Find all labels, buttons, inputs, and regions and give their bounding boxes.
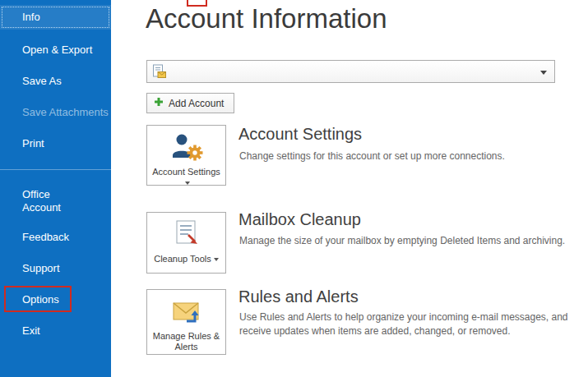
chevron-down-icon: [540, 71, 547, 75]
sidebar-item-exit[interactable]: Exit: [0, 319, 111, 343]
sidebar-item-print[interactable]: Print: [0, 131, 111, 156]
sidebar-item-options[interactable]: Options: [0, 287, 111, 312]
account-settings-icon: [169, 154, 205, 164]
section-heading-account-settings: Account Settings: [238, 125, 362, 144]
sidebar-item-save-attachments: Save Attachments: [0, 100, 111, 125]
account-selector-dropdown[interactable]: [146, 60, 555, 83]
sidebar-item-open-export[interactable]: Open & Export: [0, 38, 111, 62]
section-description-mailbox-cleanup: Manage the size of your mailbox by empty…: [239, 234, 588, 248]
add-account-label: Add Account: [169, 98, 224, 109]
section-heading-mailbox-cleanup: Mailbox Cleanup: [238, 210, 361, 229]
add-account-button[interactable]: Add Account: [146, 93, 234, 113]
sidebar-item-feedback[interactable]: Feedback: [0, 225, 111, 250]
manage-rules-alerts-button[interactable]: Manage Rules & Alerts: [146, 289, 226, 355]
sidebar-item-support[interactable]: Support: [0, 256, 111, 281]
sidebar-item-info[interactable]: Info: [0, 5, 111, 30]
dropdown-caret-icon: [185, 182, 190, 185]
manage-rules-alerts-button-label: Manage Rules & Alerts: [153, 331, 220, 352]
rules-alerts-icon: [169, 319, 205, 329]
cleanup-tools-button[interactable]: Cleanup Tools: [146, 212, 226, 274]
section-description-rules-alerts: Use Rules and Alerts to help organize yo…: [239, 310, 588, 339]
outlook-backstage: Info Open & Export Save As Save Attachme…: [0, 0, 588, 377]
page-title: Account Information: [146, 3, 387, 34]
account-settings-button-label: Account Settings: [152, 167, 220, 177]
account-settings-button[interactable]: Account Settings: [146, 125, 226, 186]
section-description-account-settings: Change settings for this account or set …: [239, 149, 588, 163]
sidebar-divider: [0, 169, 111, 170]
sidebar-item-save-as[interactable]: Save As: [0, 69, 111, 94]
dropdown-caret-icon: [214, 258, 219, 261]
cleanup-tools-button-label: Cleanup Tools: [154, 254, 211, 264]
section-heading-rules-alerts: Rules and Alerts: [238, 287, 359, 306]
account-icon: [152, 64, 167, 82]
plus-icon: [154, 97, 164, 109]
cleanup-tools-icon: [169, 241, 205, 251]
sidebar-item-office-account[interactable]: Office Account: [0, 186, 111, 217]
backstage-sidebar: Info Open & Export Save As Save Attachme…: [0, 0, 111, 377]
